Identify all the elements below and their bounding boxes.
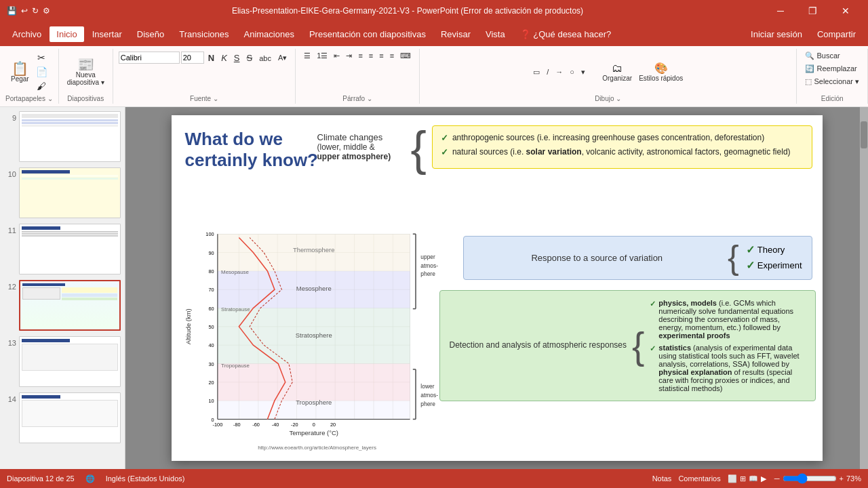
strikethrough-button[interactable]: S (243, 52, 255, 64)
slideshow-button[interactable]: ▶ (761, 474, 766, 483)
signin-button[interactable]: Iniciar sesión (744, 26, 809, 42)
quick-styles-button[interactable]: 🎨 Estilos rápidos (636, 60, 686, 83)
svg-text:-80: -80 (233, 422, 240, 428)
close-button[interactable]: ✕ (830, 0, 861, 22)
font-size-input[interactable] (181, 52, 204, 64)
svg-text:Tropopause: Tropopause (221, 363, 250, 369)
shape-oval[interactable]: ○ (567, 66, 577, 78)
select-button[interactable]: ⬚ Seleccionar ▾ (802, 76, 862, 87)
menu-archivo[interactable]: Archivo (5, 26, 48, 42)
lang-info: 🌐 (85, 474, 95, 483)
copy-button[interactable]: 📄 (33, 65, 50, 79)
menu-vista[interactable]: Vista (479, 26, 512, 42)
menu-insertar[interactable]: Insertar (85, 26, 129, 42)
menu-revisar[interactable]: Revisar (434, 26, 477, 42)
thumbnail-9[interactable]: 9 (3, 110, 122, 163)
menu-help[interactable]: ❓ ¿Qué desea hacer? (513, 26, 618, 42)
ribbon-group-dibujo: ▭ / → ○ ▾ 🗂 Organizar 🎨 Estilos rápidos … (420, 49, 797, 104)
thumbnail-11[interactable]: 11 (3, 222, 122, 276)
align-justify-button[interactable]: ≡ (387, 50, 397, 62)
new-slide-button[interactable]: 📰 Nueva diapositiva ▾ (64, 56, 107, 87)
customize-icon[interactable]: ⚙ (43, 6, 50, 16)
shape-rect[interactable]: ▭ (530, 66, 542, 78)
restore-button[interactable]: ❐ (797, 0, 829, 22)
align-left-button[interactable]: ≡ (355, 50, 365, 62)
menu-presentacion[interactable]: Presentación con diapositivas (302, 26, 433, 42)
svg-text:-40: -40 (271, 422, 279, 428)
zoom-slider[interactable] (783, 473, 837, 484)
reading-view-button[interactable]: 📖 (749, 474, 758, 483)
zoom-in-button[interactable]: + (840, 474, 844, 483)
ribbon: 📋 Pegar ✂ 📄 🖌 Portapapeles ⌄ 📰 Nueva dia… (0, 46, 868, 107)
comments-button[interactable]: Comentarios (678, 474, 720, 483)
columns-button[interactable]: ⌨ (397, 50, 414, 62)
zoom-level: 73% (846, 474, 861, 483)
find-button[interactable]: 🔍 Buscar (802, 50, 842, 62)
window-title: Elias-Presentation-EIKE-Gera-Germany-202… (232, 6, 583, 16)
svg-text:50: 50 (208, 324, 214, 330)
numbering-button[interactable]: 1☰ (314, 50, 330, 62)
svg-text:Stratopause: Stratopause (221, 306, 250, 312)
svg-text:70: 70 (208, 287, 214, 293)
menu-transiciones[interactable]: Transiciones (172, 26, 235, 42)
diapositivas-label: Diapositivas (67, 94, 104, 102)
align-right-button[interactable]: ≡ (376, 50, 386, 62)
paste-button[interactable]: 📋 Pegar (8, 60, 32, 84)
green-box-label: Detection and analysis of atmospheric re… (450, 340, 627, 351)
cut-button[interactable]: ✂ (33, 51, 50, 64)
increase-indent-button[interactable]: ⇥ (343, 50, 355, 62)
thumbnail-14[interactable]: 14 (3, 391, 122, 445)
vertical-scrollbar[interactable] (860, 107, 868, 469)
align-center-button[interactable]: ≡ (366, 50, 376, 62)
italic-button[interactable]: K (218, 52, 230, 64)
shapes-more-button[interactable]: ▾ (578, 66, 588, 78)
bold-button[interactable]: N (205, 52, 217, 64)
arrange-button[interactable]: 🗂 Organizar (599, 61, 635, 83)
slide[interactable]: What do we certainly know? Climate chang… (172, 115, 823, 461)
svg-text:80: 80 (208, 268, 214, 274)
normal-view-button[interactable]: ⬜ (728, 474, 737, 483)
notes-button[interactable]: Notas (652, 474, 672, 483)
green-item-2: ✓ statistics (analysis of experimental d… (650, 344, 805, 392)
replace-button[interactable]: 🔄 Reemplazar (802, 63, 859, 75)
underline-button[interactable]: S (231, 52, 243, 64)
svg-text:90: 90 (208, 250, 214, 256)
slide-title: What do we certainly know? (185, 129, 319, 171)
font-family-input[interactable] (119, 52, 180, 64)
window-controls: ─ ❐ ✕ (765, 0, 861, 22)
undo-icon[interactable]: ↩ (21, 6, 28, 16)
minimize-button[interactable]: ─ (765, 0, 796, 22)
shape-arrow[interactable]: → (553, 66, 566, 78)
format-painter-button[interactable]: 🖌 (33, 79, 50, 93)
green-content: ✓ physics, models (i.e. GCMs which numer… (650, 299, 805, 392)
svg-text:-20: -20 (291, 422, 298, 428)
graph-area: Troposphere Stratosphere Mesosphere Ther… (182, 230, 453, 441)
canvas-area: What do we certainly know? Climate chang… (125, 107, 868, 469)
climate-label: Climate changes (lower, middle & upper a… (317, 125, 406, 161)
svg-text:10: 10 (208, 398, 214, 404)
ribbon-group-portapapeles: 📋 Pegar ✂ 📄 🖌 Portapapeles ⌄ (0, 49, 59, 104)
shadow-button[interactable]: abc (256, 53, 274, 64)
bullets-button[interactable]: ☰ (301, 50, 313, 62)
zoom-out-button[interactable]: ─ (774, 474, 780, 483)
theory-experiment: ✓ Theory ✓ Experiment (746, 243, 802, 272)
shape-line[interactable]: / (544, 66, 551, 78)
thumbnail-10[interactable]: 10 (3, 166, 122, 220)
decrease-indent-button[interactable]: ⇤ (331, 50, 342, 62)
scrollbar-thumb[interactable] (861, 121, 867, 148)
svg-text:30: 30 (208, 361, 214, 367)
save-icon[interactable]: 💾 (7, 6, 17, 16)
redo-icon[interactable]: ↻ (32, 6, 39, 16)
svg-text:atmos-: atmos- (420, 262, 438, 269)
svg-text:phere: phere (420, 401, 435, 407)
menu-inicio[interactable]: Inicio (50, 26, 83, 42)
share-button[interactable]: Compartir (810, 26, 863, 42)
slide-sorter-button[interactable]: ⊞ (740, 474, 746, 483)
fuente-label: Fuente ⌄ (190, 94, 218, 102)
menu-diseno[interactable]: Diseño (130, 26, 171, 42)
font-color-button[interactable]: A▾ (275, 52, 290, 64)
thumbnail-13[interactable]: 13 (3, 335, 122, 388)
menu-animaciones[interactable]: Animaciones (237, 26, 300, 42)
green-section: Detection and analysis of atmospheric re… (439, 290, 816, 401)
thumbnail-12[interactable]: 12 (3, 279, 122, 332)
